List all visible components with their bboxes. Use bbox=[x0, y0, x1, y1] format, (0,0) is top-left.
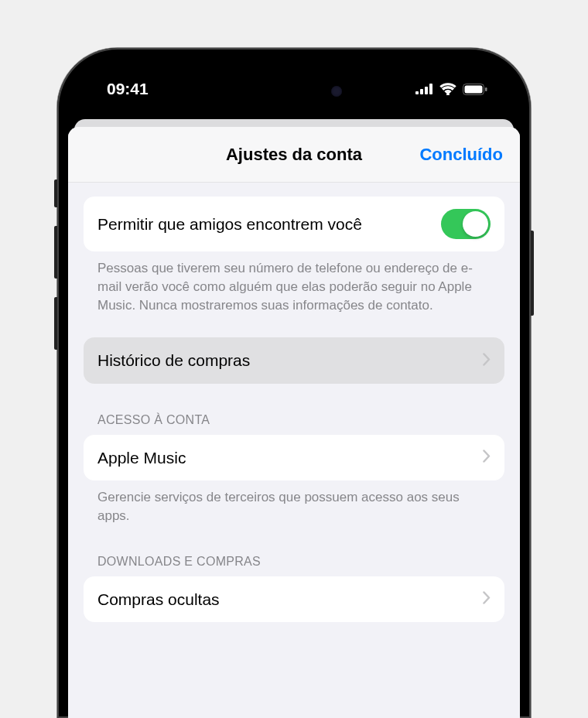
nav-header: Ajustes da conta Concluído bbox=[68, 127, 520, 183]
done-button[interactable]: Concluído bbox=[419, 145, 503, 165]
account-access-footer: Gerencie serviços de terceiros que possu… bbox=[84, 480, 504, 525]
settings-sheet: Ajustes da conta Concluído Permitir que … bbox=[68, 127, 520, 718]
chevron-right-icon bbox=[483, 450, 491, 466]
friends-group: Permitir que amigos encontrem você bbox=[84, 197, 504, 251]
hidden-purchases-label: Compras ocultas bbox=[97, 589, 475, 610]
purchase-history-label: Histórico de compras bbox=[97, 350, 475, 371]
battery-icon bbox=[463, 84, 487, 95]
apple-music-row[interactable]: Apple Music bbox=[84, 435, 504, 480]
chevron-right-icon bbox=[483, 353, 491, 369]
allow-friends-toggle[interactable] bbox=[441, 209, 491, 239]
wifi-icon bbox=[439, 83, 456, 95]
phone-frame: 09:41 bbox=[57, 48, 531, 718]
screen: 09:41 bbox=[68, 59, 520, 718]
dynamic-island bbox=[232, 74, 356, 108]
purchase-history-row[interactable]: Histórico de compras bbox=[84, 337, 504, 383]
svg-rect-6 bbox=[485, 87, 487, 91]
page-title: Ajustes da conta bbox=[226, 145, 362, 165]
downloads-header: DOWNLOADS E COMPRAS bbox=[84, 555, 504, 576]
account-access-header: ACESSO À CONTA bbox=[84, 413, 504, 435]
svg-rect-5 bbox=[465, 85, 483, 93]
svg-rect-3 bbox=[429, 84, 432, 94]
camera-icon bbox=[331, 86, 342, 97]
purchase-history-group: Histórico de compras bbox=[84, 337, 504, 383]
status-time: 09:41 bbox=[107, 80, 149, 98]
svg-rect-2 bbox=[425, 87, 428, 94]
downloads-group: Compras ocultas bbox=[84, 576, 504, 622]
allow-friends-label: Permitir que amigos encontrem você bbox=[97, 214, 430, 234]
svg-rect-0 bbox=[415, 91, 419, 94]
friends-footer: Pessoas que tiverem seu número de telefo… bbox=[84, 251, 504, 314]
chevron-right-icon bbox=[483, 591, 491, 607]
svg-rect-1 bbox=[420, 89, 423, 94]
apple-music-label: Apple Music bbox=[97, 447, 475, 468]
allow-friends-row: Permitir que amigos encontrem você bbox=[84, 197, 504, 251]
account-access-group: Apple Music bbox=[84, 435, 504, 480]
cellular-signal-icon bbox=[415, 84, 433, 94]
hidden-purchases-row[interactable]: Compras ocultas bbox=[84, 576, 504, 622]
